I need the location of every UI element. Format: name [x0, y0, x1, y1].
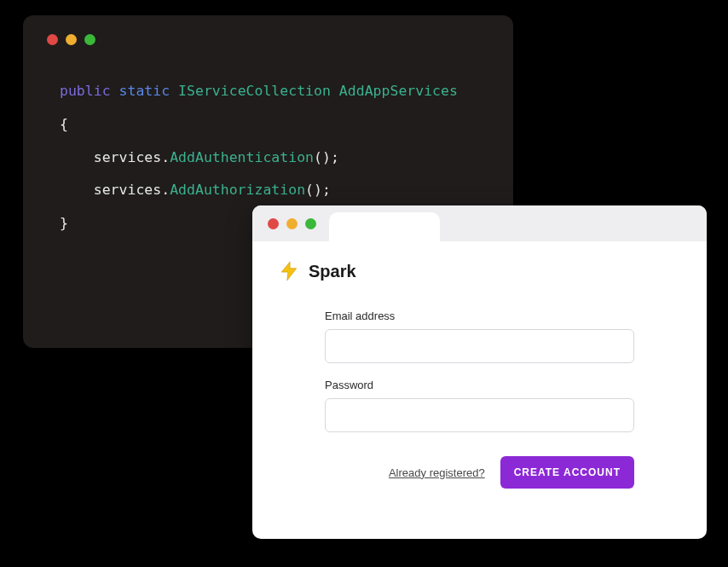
browser-content: Spark Email address Password Already reg… — [252, 241, 707, 512]
maximize-icon[interactable] — [305, 218, 316, 229]
brand: Spark — [278, 260, 681, 282]
bolt-icon — [278, 260, 300, 282]
code-line: services.AddAuthentication(); — [60, 142, 489, 175]
method-name: AddAppServices — [339, 83, 458, 99]
maximize-icon[interactable] — [84, 34, 95, 45]
email-input[interactable] — [325, 329, 634, 363]
password-label: Password — [325, 379, 634, 391]
window-controls — [268, 218, 316, 229]
method-call: AddAuthentication — [170, 149, 314, 165]
keyword-static: static — [119, 83, 170, 99]
close-icon[interactable] — [268, 218, 279, 229]
method-call: AddAuthorization — [170, 182, 305, 198]
form-actions: Already registered? CREATE ACCOUNT — [325, 456, 634, 489]
browser-tab[interactable] — [329, 212, 440, 241]
brand-name: Spark — [309, 262, 356, 281]
type-name: IServiceCollection — [178, 83, 331, 99]
already-registered-link[interactable]: Already registered? — [389, 466, 485, 479]
create-account-button[interactable]: CREATE ACCOUNT — [500, 456, 634, 489]
browser-tab-bar — [252, 205, 707, 241]
email-field-group: Email address — [325, 310, 634, 363]
password-input[interactable] — [325, 398, 634, 432]
window-controls — [47, 34, 489, 45]
minimize-icon[interactable] — [66, 34, 77, 45]
code-line: { — [60, 108, 489, 142]
keyword-public: public — [60, 83, 111, 99]
signup-form: Email address Password Already registere… — [278, 310, 681, 489]
code-line: public static IServiceCollection AddAppS… — [60, 75, 489, 108]
password-field-group: Password — [325, 379, 634, 432]
browser-window: Spark Email address Password Already reg… — [252, 205, 707, 539]
minimize-icon[interactable] — [286, 218, 298, 229]
email-label: Email address — [325, 310, 634, 322]
close-icon[interactable] — [47, 34, 58, 45]
code-line: services.AddAuthorization(); — [60, 174, 489, 207]
